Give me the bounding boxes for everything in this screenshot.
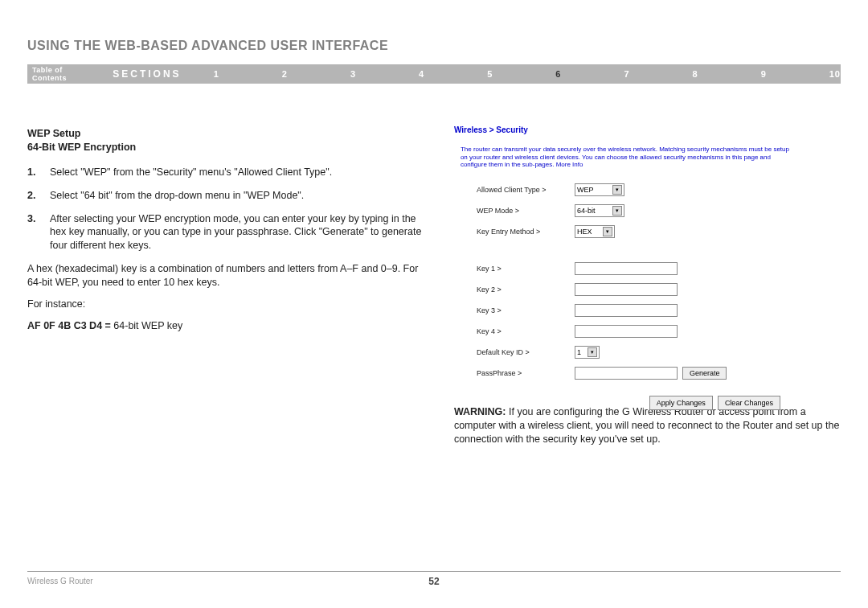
breadcrumb: Wireless > Security — [454, 125, 790, 134]
page-title: USING THE WEB-BASED ADVANCED USER INTERF… — [27, 39, 841, 53]
step-num-3: 3. — [27, 212, 50, 253]
section-link-10[interactable]: 10 — [829, 69, 841, 79]
step-num-2: 2. — [27, 189, 50, 203]
chevron-down-icon: ▾ — [612, 185, 622, 195]
example-line: AF 0F 4B C3 D4 = 64-bit WEP key — [27, 319, 435, 333]
input-key4[interactable] — [575, 325, 678, 338]
section-link-7[interactable]: 7 — [624, 69, 629, 79]
section-link-2[interactable]: 2 — [282, 69, 288, 79]
input-key1[interactable] — [575, 262, 678, 275]
step-num-1: 1. — [27, 166, 50, 179]
clear-changes-button[interactable]: Clear Changes — [718, 396, 780, 410]
page-number: 52 — [27, 576, 841, 587]
generate-button[interactable]: Generate — [682, 367, 727, 380]
select-key-entry[interactable]: HEX ▾ — [575, 225, 615, 238]
step-text-1: Select "WEP" from the "Security" menu's … — [50, 166, 332, 179]
label-passphrase: PassPhrase > — [454, 369, 575, 377]
label-allowed-client: Allowed Client Type > — [454, 186, 575, 194]
label-key2: Key 2 > — [454, 286, 575, 294]
sections-label: SECTIONS — [113, 68, 181, 80]
label-key4: Key 4 > — [454, 327, 575, 335]
input-passphrase[interactable] — [575, 367, 678, 380]
example-bold: AF 0F 4B C3 D4 = — [27, 320, 113, 331]
section-link-1[interactable]: 1 — [214, 69, 219, 79]
apply-changes-button[interactable]: Apply Changes — [649, 396, 713, 410]
select-wep-mode-value: 64-bit — [577, 207, 600, 215]
select-allowed-client[interactable]: WEP ▾ — [575, 183, 624, 196]
label-key1: Key 1 > — [454, 265, 575, 273]
label-wep-mode: WEP Mode > — [454, 207, 575, 215]
chevron-down-icon: ▾ — [612, 206, 622, 216]
label-key3: Key 3 > — [454, 306, 575, 314]
warning-body: If you are configuring the G Wireless Ro… — [454, 406, 839, 445]
input-key2[interactable] — [575, 283, 678, 296]
hex-explain: A hex (hexadecimal) key is a combination… — [27, 262, 435, 290]
input-key3[interactable] — [575, 304, 678, 317]
select-key-entry-value: HEX — [577, 228, 597, 236]
select-default-key-value: 1 — [577, 348, 586, 356]
heading-wep-setup: WEP Setup — [27, 128, 80, 139]
toc-link[interactable]: Table of Contents — [32, 66, 90, 82]
intro-text: The router can transmit your data secure… — [454, 146, 790, 169]
select-default-key[interactable]: 1 ▾ — [575, 346, 600, 359]
section-links: 1 2 3 4 5 6 7 8 9 10 — [214, 69, 841, 79]
footer: Wireless G Router 52 — [27, 571, 841, 585]
section-link-4[interactable]: 4 — [419, 69, 424, 79]
label-default-key: Default Key ID > — [454, 348, 575, 356]
warning-text: WARNING: If you are configuring the G Wi… — [454, 405, 841, 446]
for-instance: For instance: — [27, 298, 435, 311]
section-link-8[interactable]: 8 — [693, 69, 698, 79]
select-allowed-client-value: WEP — [577, 186, 599, 194]
heading-64bit: 64-Bit WEP Encryption — [27, 142, 136, 153]
example-rest: 64-bit WEP key — [113, 320, 182, 331]
section-link-6[interactable]: 6 — [555, 69, 561, 79]
section-link-9[interactable]: 9 — [761, 69, 767, 79]
section-navbar: Table of Contents SECTIONS 1 2 3 4 5 6 7… — [27, 64, 841, 84]
select-wep-mode[interactable]: 64-bit ▾ — [575, 204, 624, 217]
step-text-2: Select "64 bit" from the drop-down menu … — [50, 189, 304, 203]
chevron-down-icon: ▾ — [603, 227, 612, 236]
label-key-entry: Key Entry Method > — [454, 228, 575, 236]
section-link-5[interactable]: 5 — [487, 69, 493, 79]
step-text-3: After selecting your WEP encryption mode… — [50, 212, 435, 253]
chevron-down-icon: ▾ — [588, 347, 597, 357]
section-link-3[interactable]: 3 — [350, 69, 356, 79]
router-screenshot: Wireless > Security The router can trans… — [454, 125, 790, 383]
